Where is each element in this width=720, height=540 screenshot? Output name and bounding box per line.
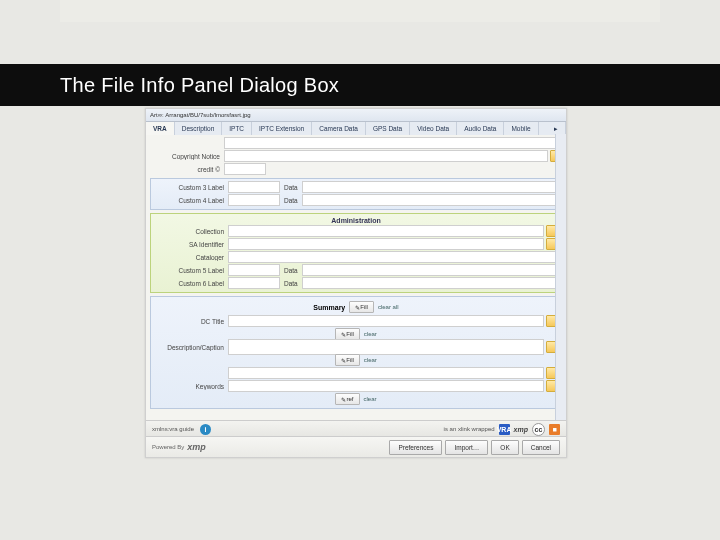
text-input[interactable] [228, 380, 544, 392]
summary-header-bar: Summary ✎ Fill clear all [154, 299, 558, 315]
tab-iptc-extension[interactable]: IPTC Extension [252, 122, 312, 135]
field-row: Custom 4 Label Data [154, 194, 558, 206]
field-label: Description/Caption [154, 344, 228, 351]
clear-all-link[interactable]: clear all [378, 304, 399, 310]
field-row [154, 367, 558, 379]
ok-button[interactable]: OK [491, 440, 518, 455]
section-header: Administration [154, 216, 558, 225]
field-type-label: Data [284, 267, 302, 274]
text-input[interactable] [228, 181, 280, 193]
text-input[interactable] [224, 150, 548, 162]
text-input[interactable] [302, 194, 558, 206]
field-label: Copyright Notice [150, 153, 224, 160]
text-input[interactable] [228, 367, 544, 379]
file-info-dialog: Art∞: Arrangat/BU/7sub/lmorsfasrt.jpg VR… [145, 108, 567, 458]
clear-link[interactable]: clear [364, 396, 377, 402]
field-label: DC Title [154, 318, 228, 325]
summary-section: Summary ✎ Fill clear all DC Title ✎ Fill… [150, 296, 562, 409]
cube-badge-icon: ■ [549, 424, 560, 435]
field-row: Collection [154, 225, 558, 237]
slide-title-bar: The File Info Panel Dialog Box [0, 64, 720, 106]
tab-video-data[interactable]: Video Data [410, 122, 457, 135]
field-row: credit © [150, 163, 562, 175]
text-input[interactable] [228, 277, 280, 289]
text-input[interactable] [228, 225, 544, 237]
clear-link[interactable]: clear [364, 331, 377, 337]
dialog-header-path: Arrangat/BU/7sub/lmorsfasrt.jpg [165, 112, 250, 118]
text-input[interactable] [228, 194, 280, 206]
text-input[interactable] [228, 238, 544, 250]
field-label: SA Identifier [154, 241, 228, 248]
field-row: SA Identifier [154, 238, 558, 250]
dialog-body: Copyright Notice credit © Custom 3 Label… [146, 135, 566, 426]
slide-top-strip [60, 0, 660, 22]
vertical-scrollbar[interactable] [555, 134, 566, 421]
fill-button[interactable]: ✎ Fill [349, 301, 374, 313]
field-label: credit © [150, 166, 224, 173]
dialog-header-prefix: Art∞: [150, 112, 164, 118]
field-row: Cataloger [154, 251, 558, 263]
info-icon[interactable]: i [200, 424, 211, 435]
field-label: Custom 5 Label [154, 267, 228, 274]
vra-badge-icon: VRA [499, 424, 510, 435]
cancel-button[interactable]: Cancel [522, 440, 560, 455]
xmp-logo-icon: xmp [187, 443, 206, 452]
dialog-footer: Powered By xmp Preferences Import… OK Ca… [146, 436, 566, 457]
text-input[interactable] [224, 137, 562, 149]
tab-strip: VRA Description IPTC IPTC Extension Came… [146, 122, 566, 135]
status-left-text: xmlns:vra guide [152, 426, 194, 432]
fill-button-label: Fill [346, 357, 354, 363]
clear-link[interactable]: clear [364, 357, 377, 363]
custom-section: Custom 3 Label Data Custom 4 Label Data [150, 178, 562, 210]
slide-title: The File Info Panel Dialog Box [60, 74, 339, 97]
field-label: Keywords [154, 383, 228, 390]
field-label: Cataloger [154, 254, 228, 261]
tab-description[interactable]: Description [175, 122, 223, 135]
tab-gps-data[interactable]: GPS Data [366, 122, 410, 135]
text-input[interactable] [224, 163, 266, 175]
ref-button[interactable]: ✎ ref [335, 393, 359, 405]
tab-audio-data[interactable]: Audio Data [457, 122, 504, 135]
text-input[interactable] [228, 264, 280, 276]
field-row [150, 137, 562, 149]
tab-camera-data[interactable]: Camera Data [312, 122, 366, 135]
fill-button-label: Fill [346, 331, 354, 337]
dialog-header: Art∞: Arrangat/BU/7sub/lmorsfasrt.jpg [146, 109, 566, 122]
field-row: Copyright Notice [150, 150, 562, 162]
text-input[interactable] [302, 181, 558, 193]
ref-button-label: ref [346, 396, 353, 402]
fill-button[interactable]: ✎ Fill [335, 354, 360, 366]
import-button[interactable]: Import… [445, 440, 488, 455]
powered-by-label: Powered By [152, 444, 184, 450]
field-label: Collection [154, 228, 228, 235]
field-label: Custom 6 Label [154, 280, 228, 287]
field-type-label: Data [284, 280, 302, 287]
field-type-label: Data [284, 197, 302, 204]
field-type-label: Data [284, 184, 302, 191]
sub-controls: ✎ Fill clear [154, 354, 558, 366]
xmp-badge-icon: xmp [514, 424, 528, 435]
tab-vra[interactable]: VRA [146, 122, 175, 135]
cc-badge-icon: cc [532, 423, 545, 436]
text-input[interactable] [302, 277, 558, 289]
text-input[interactable] [302, 264, 558, 276]
field-label: Custom 3 Label [154, 184, 228, 191]
field-label: Custom 4 Label [154, 197, 228, 204]
status-right-text: is an xlink wrapped [444, 426, 495, 432]
text-input[interactable] [228, 315, 544, 327]
administration-section: Administration Collection SA Identifier … [150, 213, 562, 293]
section-header: Summary [313, 304, 345, 311]
preferences-button[interactable]: Preferences [389, 440, 442, 455]
field-row: Custom 6 Label Data [154, 277, 558, 289]
powered-by: Powered By xmp [152, 443, 206, 452]
field-row: Keywords [154, 380, 558, 392]
tab-iptc[interactable]: IPTC [222, 122, 252, 135]
fill-button-label: Fill [360, 304, 368, 310]
sub-controls: ✎ ref clear [154, 393, 558, 405]
field-row: Custom 5 Label Data [154, 264, 558, 276]
dialog-status-bar: xmlns:vra guide i is an xlink wrapped VR… [146, 420, 566, 437]
text-input[interactable] [228, 251, 558, 263]
textarea-input[interactable] [228, 339, 544, 355]
tab-mobile[interactable]: Mobile [504, 122, 538, 135]
field-row: Description/Caption [154, 341, 558, 353]
